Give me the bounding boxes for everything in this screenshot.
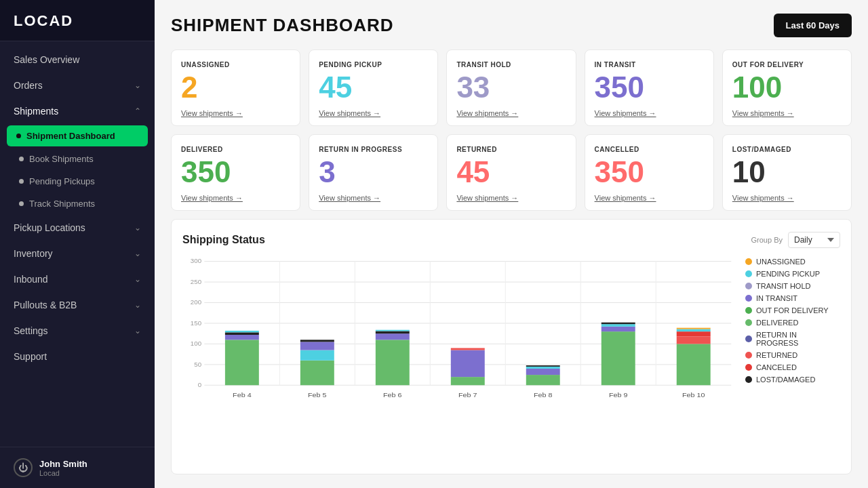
svg-text:Feb 10: Feb 10 <box>682 391 705 398</box>
svg-rect-38 <box>526 367 560 369</box>
chart-area: 050100150200250300Feb 4Feb 5Feb 6Feb 7Fe… <box>182 255 738 427</box>
sidebar-item-track-shipments[interactable]: Track Shipments <box>0 192 155 215</box>
legend-label: TRANSIT HOLD <box>756 282 810 290</box>
main-header: Shipment Dashboard Last 60 Days <box>171 14 852 37</box>
view-shipments-link[interactable]: View shipments → <box>595 109 656 117</box>
view-shipments-link[interactable]: View shipments → <box>181 109 243 117</box>
svg-rect-26 <box>376 333 410 340</box>
stat-card-pending-pickup: PENDING PICKUP 45 View shipments → <box>309 49 438 126</box>
stat-card-lost-damaged: LOST/DAMAGED 10 View shipments → <box>722 134 852 211</box>
stat-card-transit-hold: TRANSIT HOLD 33 View shipments → <box>446 49 576 126</box>
svg-rect-51 <box>677 329 711 331</box>
legend-item-in-transit: IN TRANSIT <box>745 294 840 302</box>
stat-value: 33 <box>456 73 490 102</box>
power-icon[interactable]: ⏻ <box>14 458 33 477</box>
main-content: Shipment Dashboard Last 60 Days UNASSIGN… <box>155 0 868 488</box>
view-shipments-link[interactable]: View shipments → <box>319 194 380 202</box>
svg-rect-22 <box>300 340 334 342</box>
group-by-select[interactable]: DailyWeeklyMonthly <box>788 232 840 248</box>
stat-label: OUT FOR DELIVERY <box>732 61 804 68</box>
chevron-down-icon: ⌄ <box>134 81 141 90</box>
stat-cards-row-1: UNASSIGNED 2 View shipments → PENDING PI… <box>171 49 852 126</box>
svg-rect-14 <box>225 340 259 385</box>
svg-rect-28 <box>376 330 410 331</box>
svg-text:50: 50 <box>194 361 201 367</box>
sidebar-item-inbound[interactable]: Inbound ⌄ <box>0 266 155 292</box>
logo: LOCAD <box>0 0 155 41</box>
shipments-sub-items: Shipment Dashboard Book Shipments Pendin… <box>0 125 155 215</box>
legend-label: LOST/DAMAGED <box>756 375 815 384</box>
sidebar-item-shipment-dashboard[interactable]: Shipment Dashboard <box>7 125 148 146</box>
stat-label: TRANSIT HOLD <box>456 61 511 68</box>
svg-rect-17 <box>225 331 259 332</box>
chevron-down-icon: ⌄ <box>134 274 141 284</box>
sidebar-item-support[interactable]: Support <box>0 344 155 369</box>
svg-rect-33 <box>451 348 485 350</box>
dot-icon <box>19 179 24 184</box>
sidebar-item-shipments[interactable]: Shipments ⌃ <box>0 98 155 124</box>
legend-label: OUT FOR DELIVERY <box>756 306 829 314</box>
sub-item-label: Pending Pickups <box>29 176 95 186</box>
view-shipments-link[interactable]: View shipments → <box>732 194 794 202</box>
sidebar-item-label: Pickup Locations <box>14 222 85 233</box>
sidebar-item-settings[interactable]: Settings ⌄ <box>0 318 155 344</box>
svg-text:Feb 6: Feb 6 <box>383 391 402 398</box>
svg-rect-48 <box>677 344 711 385</box>
sidebar-item-label: Pullouts & B2B <box>14 300 77 310</box>
view-shipments-link[interactable]: View shipments → <box>456 109 518 117</box>
sidebar: LOCAD Sales Overview Orders ⌄ Shipments … <box>0 0 155 488</box>
date-filter-button[interactable]: Last 60 Days <box>774 14 852 37</box>
sidebar-nav: Sales Overview Orders ⌄ Shipments ⌃ Ship… <box>0 41 155 447</box>
view-shipments-link[interactable]: View shipments → <box>732 109 794 117</box>
legend-item-cancelled: CANCELED <box>745 363 840 371</box>
svg-rect-39 <box>526 365 560 367</box>
stat-label: RETURN IN PROGRESS <box>319 146 402 153</box>
view-shipments-link[interactable]: View shipments → <box>181 194 243 202</box>
svg-text:100: 100 <box>191 341 201 347</box>
sub-item-label: Track Shipments <box>29 199 95 209</box>
svg-rect-37 <box>526 369 560 375</box>
sidebar-item-label: Orders <box>14 80 43 91</box>
chart-controls: Group By DailyWeeklyMonthly <box>751 232 840 248</box>
stat-value: 10 <box>732 157 766 187</box>
svg-rect-52 <box>677 328 711 329</box>
dot-icon <box>19 201 24 206</box>
view-shipments-link[interactable]: View shipments → <box>595 194 656 202</box>
stat-label: DELIVERED <box>181 146 223 153</box>
legend-item-pending-pickup: PENDING PICKUP <box>745 270 840 278</box>
stat-value: 350 <box>595 157 644 187</box>
view-shipments-link[interactable]: View shipments → <box>456 194 518 202</box>
view-shipments-link[interactable]: View shipments → <box>319 109 380 117</box>
legend-item-returned: RETURNED <box>745 351 840 359</box>
sidebar-item-pullouts-b2b[interactable]: Pullouts & B2B ⌄ <box>0 292 155 318</box>
svg-rect-32 <box>451 350 485 378</box>
sidebar-item-orders[interactable]: Orders ⌄ <box>0 73 155 98</box>
legend-dot <box>745 283 752 289</box>
sidebar-item-pickup-locations[interactable]: Pickup Locations ⌄ <box>0 215 155 241</box>
stat-label: PENDING PICKUP <box>319 61 382 68</box>
svg-text:Feb 5: Feb 5 <box>308 391 327 398</box>
legend-item-lost-damaged: LOST/DAMAGED <box>745 375 840 384</box>
legend-label: DELIVERED <box>756 319 798 327</box>
legend-dot <box>745 364 752 371</box>
stat-label: LOST/DAMAGED <box>732 146 791 153</box>
sidebar-item-sales-overview[interactable]: Sales Overview <box>0 47 155 73</box>
legend-label: UNASSIGNED <box>756 258 806 266</box>
dot-icon <box>19 157 24 161</box>
stat-value: 45 <box>456 157 490 187</box>
sidebar-item-label: Support <box>14 351 47 362</box>
svg-rect-31 <box>451 377 485 385</box>
sidebar-item-label: Shipments <box>14 106 58 117</box>
svg-rect-50 <box>677 331 711 336</box>
legend-label: PENDING PICKUP <box>756 270 820 278</box>
sidebar-item-pending-pickups[interactable]: Pending Pickups <box>0 170 155 192</box>
sidebar-item-book-shipments[interactable]: Book Shipments <box>0 148 155 170</box>
legend-dot <box>745 270 752 277</box>
stat-card-delivered: DELIVERED 350 View shipments → <box>171 134 300 211</box>
sidebar-item-inventory[interactable]: Inventory ⌄ <box>0 241 155 266</box>
svg-rect-36 <box>526 375 560 385</box>
stat-card-unassigned: UNASSIGNED 2 View shipments → <box>171 49 300 126</box>
legend-label: IN TRANSIT <box>756 294 797 302</box>
legend-dot <box>745 336 752 342</box>
svg-rect-25 <box>376 340 410 385</box>
